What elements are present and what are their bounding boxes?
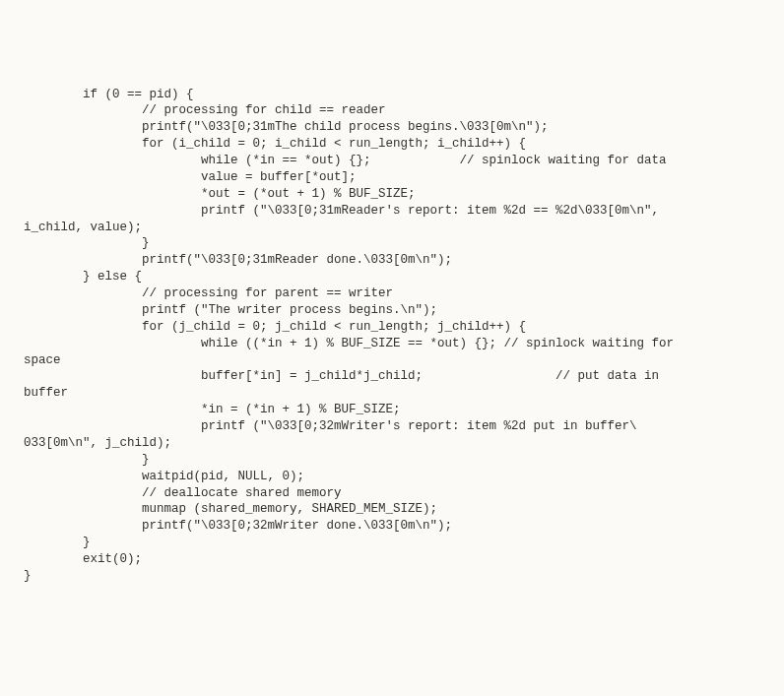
code-block: if (0 == pid) { // processing for child … (24, 87, 760, 585)
code-line: printf("\033[0;31mThe child process begi… (24, 119, 760, 136)
code-line: // processing for child == reader (24, 102, 760, 119)
code-line: i_child, value); (24, 220, 760, 236)
code-line: value = buffer[*out]; (24, 169, 760, 186)
code-line: printf ("\033[0;32mWriter's report: item… (24, 418, 760, 435)
code-line: buffer (24, 385, 760, 402)
code-line: } (24, 235, 760, 252)
code-line: while (*in == *out) {}; // spinlock wait… (24, 153, 760, 169)
code-line: exit(0); (24, 551, 760, 568)
code-line: // deallocate shared memory (24, 485, 760, 502)
code-line: 033[0m\n", j_child); (24, 435, 760, 452)
code-line: munmap (shared_memory, SHARED_MEM_SIZE); (24, 501, 760, 518)
code-line: } (24, 452, 760, 469)
code-line: // processing for parent == writer (24, 285, 760, 302)
code-line: } (24, 568, 760, 585)
code-line: printf ("\033[0;31mReader's report: item… (24, 203, 760, 220)
code-line: for (i_child = 0; i_child < run_length; … (24, 136, 760, 153)
code-line: while ((*in + 1) % BUF_SIZE == *out) {};… (24, 336, 760, 352)
code-line: buffer[*in] = j_child*j_child; // put da… (24, 368, 760, 385)
code-line: for (j_child = 0; j_child < run_length; … (24, 319, 760, 336)
code-line: space (24, 352, 760, 369)
code-line: if (0 == pid) { (24, 87, 760, 103)
code-line: waitpid(pid, NULL, 0); (24, 469, 760, 485)
code-line: *out = (*out + 1) % BUF_SIZE; (24, 186, 760, 203)
code-line: } else { (24, 269, 760, 285)
code-line: } (24, 535, 760, 551)
code-line: printf ("The writer process begins.\n"); (24, 302, 760, 319)
code-line: printf("\033[0;32mWriter done.\033[0m\n"… (24, 518, 760, 535)
code-line: *in = (*in + 1) % BUF_SIZE; (24, 402, 760, 418)
code-line: printf("\033[0;31mReader done.\033[0m\n"… (24, 252, 760, 269)
